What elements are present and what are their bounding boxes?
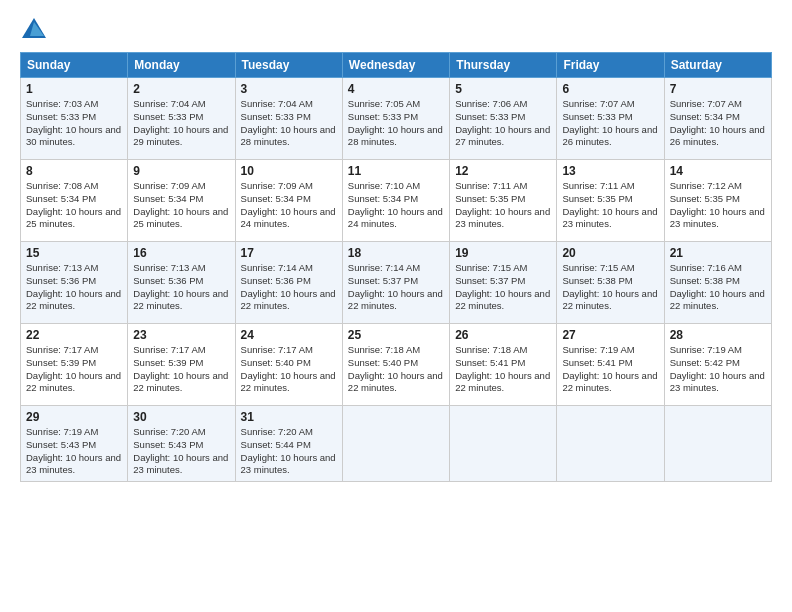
- calendar-cell: 6 Sunrise: 7:07 AMSunset: 5:33 PMDayligh…: [557, 78, 664, 160]
- calendar-cell: 30 Sunrise: 7:20 AMSunset: 5:43 PMDaylig…: [128, 406, 235, 482]
- day-info: Sunrise: 7:09 AMSunset: 5:34 PMDaylight:…: [241, 180, 337, 231]
- day-info: Sunrise: 7:18 AMSunset: 5:40 PMDaylight:…: [348, 344, 444, 395]
- calendar-cell: 23 Sunrise: 7:17 AMSunset: 5:39 PMDaylig…: [128, 324, 235, 406]
- calendar-cell: 13 Sunrise: 7:11 AMSunset: 5:35 PMDaylig…: [557, 160, 664, 242]
- day-number: 27: [562, 328, 658, 342]
- day-info: Sunrise: 7:19 AMSunset: 5:42 PMDaylight:…: [670, 344, 766, 395]
- weekday-header-saturday: Saturday: [664, 53, 771, 78]
- day-info: Sunrise: 7:18 AMSunset: 5:41 PMDaylight:…: [455, 344, 551, 395]
- day-info: Sunrise: 7:04 AMSunset: 5:33 PMDaylight:…: [241, 98, 337, 149]
- page: SundayMondayTuesdayWednesdayThursdayFrid…: [0, 0, 792, 612]
- calendar-cell: 1 Sunrise: 7:03 AMSunset: 5:33 PMDayligh…: [21, 78, 128, 160]
- day-number: 10: [241, 164, 337, 178]
- day-number: 23: [133, 328, 229, 342]
- weekday-header-thursday: Thursday: [450, 53, 557, 78]
- calendar-cell: 16 Sunrise: 7:13 AMSunset: 5:36 PMDaylig…: [128, 242, 235, 324]
- day-info: Sunrise: 7:14 AMSunset: 5:36 PMDaylight:…: [241, 262, 337, 313]
- calendar-cell: 18 Sunrise: 7:14 AMSunset: 5:37 PMDaylig…: [342, 242, 449, 324]
- day-info: Sunrise: 7:19 AMSunset: 5:43 PMDaylight:…: [26, 426, 122, 477]
- calendar-cell: [450, 406, 557, 482]
- day-info: Sunrise: 7:13 AMSunset: 5:36 PMDaylight:…: [26, 262, 122, 313]
- day-number: 20: [562, 246, 658, 260]
- calendar-cell: 17 Sunrise: 7:14 AMSunset: 5:36 PMDaylig…: [235, 242, 342, 324]
- day-info: Sunrise: 7:20 AMSunset: 5:44 PMDaylight:…: [241, 426, 337, 477]
- day-info: Sunrise: 7:16 AMSunset: 5:38 PMDaylight:…: [670, 262, 766, 313]
- day-number: 16: [133, 246, 229, 260]
- weekday-header-monday: Monday: [128, 53, 235, 78]
- day-info: Sunrise: 7:05 AMSunset: 5:33 PMDaylight:…: [348, 98, 444, 149]
- day-info: Sunrise: 7:19 AMSunset: 5:41 PMDaylight:…: [562, 344, 658, 395]
- day-info: Sunrise: 7:14 AMSunset: 5:37 PMDaylight:…: [348, 262, 444, 313]
- calendar-cell: 28 Sunrise: 7:19 AMSunset: 5:42 PMDaylig…: [664, 324, 771, 406]
- calendar-cell: [557, 406, 664, 482]
- weekday-header-wednesday: Wednesday: [342, 53, 449, 78]
- calendar-cell: 15 Sunrise: 7:13 AMSunset: 5:36 PMDaylig…: [21, 242, 128, 324]
- day-info: Sunrise: 7:13 AMSunset: 5:36 PMDaylight:…: [133, 262, 229, 313]
- calendar-cell: 8 Sunrise: 7:08 AMSunset: 5:34 PMDayligh…: [21, 160, 128, 242]
- day-number: 25: [348, 328, 444, 342]
- calendar-cell: 3 Sunrise: 7:04 AMSunset: 5:33 PMDayligh…: [235, 78, 342, 160]
- calendar-week-row: 1 Sunrise: 7:03 AMSunset: 5:33 PMDayligh…: [21, 78, 772, 160]
- day-info: Sunrise: 7:15 AMSunset: 5:37 PMDaylight:…: [455, 262, 551, 313]
- day-number: 4: [348, 82, 444, 96]
- logo-icon: [20, 16, 48, 44]
- day-number: 30: [133, 410, 229, 424]
- day-number: 2: [133, 82, 229, 96]
- day-number: 17: [241, 246, 337, 260]
- logo: [20, 16, 52, 44]
- day-info: Sunrise: 7:15 AMSunset: 5:38 PMDaylight:…: [562, 262, 658, 313]
- calendar-week-row: 29 Sunrise: 7:19 AMSunset: 5:43 PMDaylig…: [21, 406, 772, 482]
- calendar-cell: 14 Sunrise: 7:12 AMSunset: 5:35 PMDaylig…: [664, 160, 771, 242]
- calendar-cell: 2 Sunrise: 7:04 AMSunset: 5:33 PMDayligh…: [128, 78, 235, 160]
- day-info: Sunrise: 7:03 AMSunset: 5:33 PMDaylight:…: [26, 98, 122, 149]
- weekday-header-tuesday: Tuesday: [235, 53, 342, 78]
- calendar-cell: 29 Sunrise: 7:19 AMSunset: 5:43 PMDaylig…: [21, 406, 128, 482]
- day-info: Sunrise: 7:06 AMSunset: 5:33 PMDaylight:…: [455, 98, 551, 149]
- day-number: 1: [26, 82, 122, 96]
- day-number: 14: [670, 164, 766, 178]
- day-number: 3: [241, 82, 337, 96]
- day-number: 19: [455, 246, 551, 260]
- calendar-week-row: 22 Sunrise: 7:17 AMSunset: 5:39 PMDaylig…: [21, 324, 772, 406]
- day-number: 22: [26, 328, 122, 342]
- weekday-header-friday: Friday: [557, 53, 664, 78]
- day-number: 15: [26, 246, 122, 260]
- day-number: 18: [348, 246, 444, 260]
- day-number: 31: [241, 410, 337, 424]
- day-info: Sunrise: 7:09 AMSunset: 5:34 PMDaylight:…: [133, 180, 229, 231]
- day-info: Sunrise: 7:10 AMSunset: 5:34 PMDaylight:…: [348, 180, 444, 231]
- calendar-cell: 22 Sunrise: 7:17 AMSunset: 5:39 PMDaylig…: [21, 324, 128, 406]
- calendar-cell: 21 Sunrise: 7:16 AMSunset: 5:38 PMDaylig…: [664, 242, 771, 324]
- calendar-cell: 10 Sunrise: 7:09 AMSunset: 5:34 PMDaylig…: [235, 160, 342, 242]
- calendar-week-row: 15 Sunrise: 7:13 AMSunset: 5:36 PMDaylig…: [21, 242, 772, 324]
- day-number: 29: [26, 410, 122, 424]
- day-number: 11: [348, 164, 444, 178]
- calendar-cell: 19 Sunrise: 7:15 AMSunset: 5:37 PMDaylig…: [450, 242, 557, 324]
- day-info: Sunrise: 7:20 AMSunset: 5:43 PMDaylight:…: [133, 426, 229, 477]
- calendar-cell: 27 Sunrise: 7:19 AMSunset: 5:41 PMDaylig…: [557, 324, 664, 406]
- calendar-cell: 31 Sunrise: 7:20 AMSunset: 5:44 PMDaylig…: [235, 406, 342, 482]
- day-info: Sunrise: 7:08 AMSunset: 5:34 PMDaylight:…: [26, 180, 122, 231]
- calendar-cell: 12 Sunrise: 7:11 AMSunset: 5:35 PMDaylig…: [450, 160, 557, 242]
- calendar-cell: [664, 406, 771, 482]
- calendar-cell: 7 Sunrise: 7:07 AMSunset: 5:34 PMDayligh…: [664, 78, 771, 160]
- weekday-header-row: SundayMondayTuesdayWednesdayThursdayFrid…: [21, 53, 772, 78]
- weekday-header-sunday: Sunday: [21, 53, 128, 78]
- calendar-cell: 25 Sunrise: 7:18 AMSunset: 5:40 PMDaylig…: [342, 324, 449, 406]
- day-number: 12: [455, 164, 551, 178]
- calendar-cell: 5 Sunrise: 7:06 AMSunset: 5:33 PMDayligh…: [450, 78, 557, 160]
- day-info: Sunrise: 7:17 AMSunset: 5:40 PMDaylight:…: [241, 344, 337, 395]
- day-number: 13: [562, 164, 658, 178]
- calendar-cell: [342, 406, 449, 482]
- day-number: 8: [26, 164, 122, 178]
- calendar-week-row: 8 Sunrise: 7:08 AMSunset: 5:34 PMDayligh…: [21, 160, 772, 242]
- day-info: Sunrise: 7:07 AMSunset: 5:33 PMDaylight:…: [562, 98, 658, 149]
- header: [20, 16, 772, 44]
- calendar-cell: 20 Sunrise: 7:15 AMSunset: 5:38 PMDaylig…: [557, 242, 664, 324]
- day-number: 28: [670, 328, 766, 342]
- day-number: 9: [133, 164, 229, 178]
- day-number: 24: [241, 328, 337, 342]
- calendar-cell: 24 Sunrise: 7:17 AMSunset: 5:40 PMDaylig…: [235, 324, 342, 406]
- day-number: 21: [670, 246, 766, 260]
- day-number: 5: [455, 82, 551, 96]
